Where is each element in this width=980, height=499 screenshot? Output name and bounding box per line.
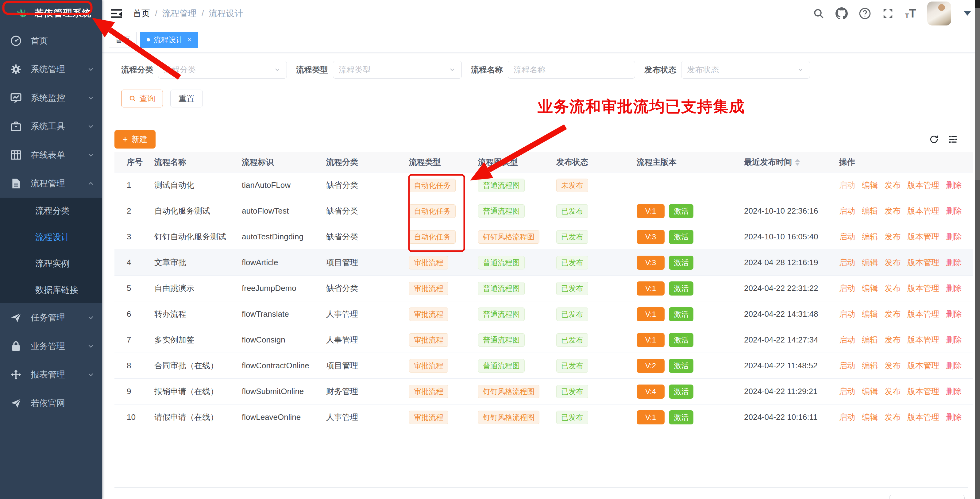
sidebar-subitem-流程实例[interactable]: 流程实例 bbox=[0, 250, 102, 277]
action-启动[interactable]: 启动 bbox=[839, 335, 855, 345]
action-发布[interactable]: 发布 bbox=[885, 283, 900, 294]
app-logo[interactable]: 若依管理系统 bbox=[0, 0, 102, 26]
version-button[interactable]: V:1 bbox=[637, 333, 665, 347]
action-版本管理[interactable]: 版本管理 bbox=[907, 206, 939, 216]
action-发布[interactable]: 发布 bbox=[885, 335, 900, 345]
column-settings-icon[interactable] bbox=[948, 134, 958, 144]
sidebar-item-在线表单[interactable]: 在线表单 bbox=[0, 140, 102, 169]
version-button[interactable]: V:4 bbox=[637, 384, 665, 399]
help-icon[interactable] bbox=[859, 7, 871, 20]
action-版本管理[interactable]: 版本管理 bbox=[907, 360, 939, 371]
fullscreen-icon[interactable] bbox=[882, 8, 894, 19]
sidebar-subitem-流程设计[interactable]: 流程设计 bbox=[0, 224, 102, 250]
refresh-icon[interactable] bbox=[929, 134, 939, 144]
sidebar-subitem-流程分类[interactable]: 流程分类 bbox=[0, 198, 102, 224]
action-删除[interactable]: 删除 bbox=[946, 257, 962, 268]
action-启动[interactable]: 启动 bbox=[839, 412, 855, 422]
version-button[interactable]: V:3 bbox=[637, 256, 665, 270]
sidebar-item-系统监控[interactable]: 系统监控 bbox=[0, 83, 102, 112]
action-启动[interactable]: 启动 bbox=[839, 206, 855, 216]
action-版本管理[interactable]: 版本管理 bbox=[907, 257, 939, 268]
action-启动[interactable]: 启动 bbox=[839, 309, 855, 319]
action-发布[interactable]: 发布 bbox=[885, 180, 900, 191]
active-button[interactable]: 激活 bbox=[669, 307, 694, 321]
active-button[interactable]: 激活 bbox=[669, 230, 694, 244]
action-删除[interactable]: 删除 bbox=[946, 360, 962, 371]
action-发布[interactable]: 发布 bbox=[885, 231, 900, 242]
search-icon[interactable] bbox=[813, 8, 824, 19]
create-button[interactable]: + 新建 bbox=[115, 130, 156, 148]
active-button[interactable]: 激活 bbox=[669, 384, 694, 399]
action-删除[interactable]: 删除 bbox=[946, 386, 962, 397]
action-版本管理[interactable]: 版本管理 bbox=[907, 412, 939, 422]
action-启动[interactable]: 启动 bbox=[839, 231, 855, 242]
action-删除[interactable]: 删除 bbox=[946, 180, 962, 191]
action-版本管理[interactable]: 版本管理 bbox=[907, 335, 939, 345]
sidebar-item-任务管理[interactable]: 任务管理 bbox=[0, 303, 102, 332]
version-button[interactable]: V:1 bbox=[637, 204, 665, 218]
breadcrumb-item-流程设计[interactable]: 流程设计 bbox=[209, 8, 243, 19]
action-启动[interactable]: 启动 bbox=[839, 180, 855, 191]
action-编辑[interactable]: 编辑 bbox=[862, 180, 878, 191]
active-button[interactable]: 激活 bbox=[669, 333, 694, 347]
avatar[interactable] bbox=[927, 2, 951, 26]
sidebar-item-系统工具[interactable]: 系统工具 bbox=[0, 112, 102, 140]
search-button[interactable]: 查询 bbox=[121, 89, 163, 107]
action-版本管理[interactable]: 版本管理 bbox=[907, 180, 939, 191]
version-button[interactable]: V:3 bbox=[637, 230, 665, 244]
page-scrollbar[interactable] bbox=[975, 0, 980, 499]
action-版本管理[interactable]: 版本管理 bbox=[907, 386, 939, 397]
action-启动[interactable]: 启动 bbox=[839, 386, 855, 397]
close-icon[interactable]: × bbox=[188, 36, 191, 44]
action-编辑[interactable]: 编辑 bbox=[862, 335, 878, 345]
action-编辑[interactable]: 编辑 bbox=[862, 257, 878, 268]
sidebar-item-业务管理[interactable]: 业务管理 bbox=[0, 332, 102, 360]
action-编辑[interactable]: 编辑 bbox=[862, 412, 878, 422]
action-删除[interactable]: 删除 bbox=[946, 335, 962, 345]
action-发布[interactable]: 发布 bbox=[885, 412, 900, 422]
action-删除[interactable]: 删除 bbox=[946, 206, 962, 216]
action-编辑[interactable]: 编辑 bbox=[862, 386, 878, 397]
pagination-size-select[interactable] bbox=[889, 495, 965, 499]
name-input[interactable] bbox=[508, 61, 635, 78]
action-发布[interactable]: 发布 bbox=[885, 257, 900, 268]
sidebar-subitem-数据库链接[interactable]: 数据库链接 bbox=[0, 277, 102, 303]
action-编辑[interactable]: 编辑 bbox=[862, 283, 878, 294]
action-编辑[interactable]: 编辑 bbox=[862, 309, 878, 319]
type-select[interactable]: 流程类型 bbox=[333, 61, 462, 78]
github-icon[interactable] bbox=[835, 7, 848, 20]
version-button[interactable]: V:1 bbox=[637, 410, 665, 424]
action-启动[interactable]: 启动 bbox=[839, 360, 855, 371]
action-编辑[interactable]: 编辑 bbox=[862, 231, 878, 242]
sidebar-item-首页[interactable]: 首页 bbox=[0, 26, 102, 55]
sidebar-item-系统管理[interactable]: 系统管理 bbox=[0, 55, 102, 83]
active-button[interactable]: 激活 bbox=[669, 359, 694, 373]
category-select[interactable]: 流程分类 bbox=[158, 61, 287, 78]
version-button[interactable]: V:1 bbox=[637, 307, 665, 321]
tab-首页[interactable]: 首页 bbox=[109, 32, 137, 48]
sidebar-item-流程管理[interactable]: 流程管理 bbox=[0, 169, 102, 198]
action-启动[interactable]: 启动 bbox=[839, 257, 855, 268]
action-删除[interactable]: 删除 bbox=[946, 231, 962, 242]
action-发布[interactable]: 发布 bbox=[885, 309, 900, 319]
action-编辑[interactable]: 编辑 bbox=[862, 206, 878, 216]
active-button[interactable]: 激活 bbox=[669, 281, 694, 295]
sidebar-item-报表管理[interactable]: 报表管理 bbox=[0, 360, 102, 389]
active-button[interactable]: 激活 bbox=[669, 256, 694, 270]
caret-down-icon[interactable] bbox=[964, 11, 971, 16]
active-button[interactable]: 激活 bbox=[669, 204, 694, 218]
action-删除[interactable]: 删除 bbox=[946, 412, 962, 422]
action-删除[interactable]: 删除 bbox=[946, 283, 962, 294]
status-select[interactable]: 发布状态 bbox=[681, 61, 810, 78]
version-button[interactable]: V:1 bbox=[637, 281, 665, 295]
font-size-icon[interactable]: TT bbox=[905, 8, 916, 19]
action-编辑[interactable]: 编辑 bbox=[862, 360, 878, 371]
action-发布[interactable]: 发布 bbox=[885, 386, 900, 397]
breadcrumb-item-首页[interactable]: 首页 bbox=[133, 8, 150, 19]
reset-button[interactable]: 重置 bbox=[170, 89, 203, 107]
action-发布[interactable]: 发布 bbox=[885, 206, 900, 216]
action-发布[interactable]: 发布 bbox=[885, 360, 900, 371]
action-删除[interactable]: 删除 bbox=[946, 309, 962, 319]
action-启动[interactable]: 启动 bbox=[839, 283, 855, 294]
breadcrumb-item-流程管理[interactable]: 流程管理 bbox=[162, 8, 197, 19]
